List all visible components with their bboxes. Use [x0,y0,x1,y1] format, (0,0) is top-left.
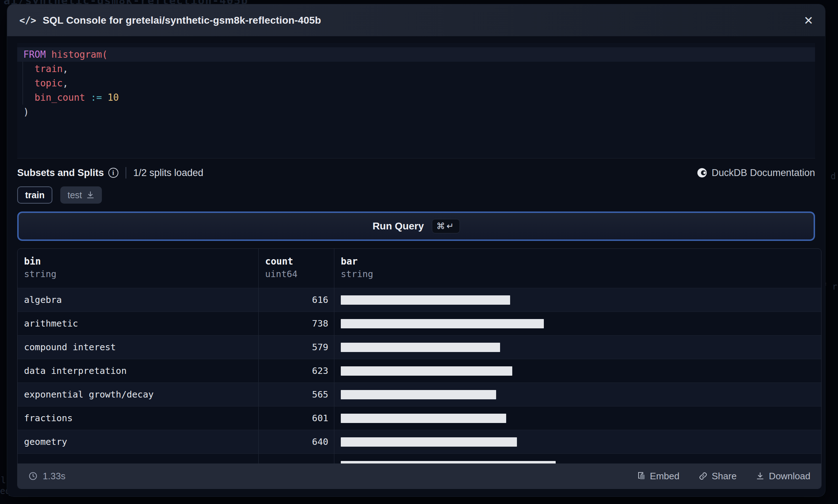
enter-key-icon: ↵ [447,221,455,231]
code-line: bin_count := 10 [17,90,815,105]
table-row: arithmetic 738 [18,312,821,336]
query-duration: 1.33s [28,471,66,482]
code-icon: </> [19,15,36,26]
sql-number: 10 [108,92,119,103]
column-name: count [265,256,334,267]
subsets-heading: Subsets and Splits [17,167,104,179]
sql-comma: , [63,63,69,74]
download-button[interactable]: Download [756,471,810,482]
histogram-bar [341,390,496,399]
count-cell: 616 [258,288,334,312]
embed-icon [637,472,646,480]
histogram-bar [341,343,500,352]
bar-cell [334,383,821,406]
share-label: Share [712,471,736,482]
column-header-bar: bar string [334,249,821,288]
keyboard-shortcut-badge: ⌘↵ [432,219,460,233]
run-query-label: Run Query [372,220,424,232]
modal-header: </> SQL Console for gretelai/synthetic-g… [7,4,825,36]
results-footer: 1.33s Embed Share Download [18,463,821,489]
bin-cell: data interpretation [18,359,258,382]
bar-cell [334,406,821,430]
close-icon[interactable]: × [804,13,813,28]
code-line: topic, [17,76,815,90]
column-header-bin: bin string [18,249,258,288]
bar-cell [334,312,821,335]
table-row: fractions 601 [18,406,821,430]
histogram-bar [341,319,544,328]
bin-cell: exponential growth/decay [18,383,258,406]
table-row: geometry 640 [18,430,821,454]
sql-editor[interactable]: FROM histogram( train, topic, bin_count … [17,43,815,158]
sql-console-modal: </> SQL Console for gretelai/synthetic-g… [7,4,825,496]
split-chip-train[interactable]: train [17,186,52,204]
divider [126,167,126,179]
sql-keyword: FROM [23,49,46,60]
sql-paren: ( [102,49,108,60]
background-fragment: l [1,475,6,485]
bin-cell: fractions [18,406,258,430]
bar-cell [334,359,821,382]
table-row [18,454,821,465]
table-row: data interpretation 623 [18,359,821,383]
code-line: train, [17,62,815,76]
bin-cell: compound interest [18,336,258,359]
sql-operator: := [85,92,108,103]
table-row: algebra 616 [18,288,821,312]
splits-loaded-status: 1/2 splits loaded [133,167,203,179]
info-icon[interactable]: i [108,168,118,178]
table-header-row: bin string count uint64 bar string [18,249,821,288]
column-name: bar [341,256,821,267]
download-icon [86,191,95,199]
column-name: bin [24,256,258,267]
subsets-row: Subsets and Splits i 1/2 splits loaded D… [17,165,815,181]
duckdb-logo-icon [697,167,707,178]
background-fragment: d [831,171,836,181]
histogram-bar [341,437,517,447]
embed-button[interactable]: Embed [637,471,679,482]
histogram-bar [341,295,510,305]
split-chip-test[interactable]: test [60,186,102,204]
histogram-bar [341,366,512,376]
download-label: Download [769,471,810,482]
bar-cell [334,288,821,312]
sql-identifier: bin_count [23,92,85,103]
sql-identifier: train [23,63,63,74]
sql-paren: ) [23,106,29,117]
table-body: algebra 616 arithmetic 738 compound inte… [18,288,821,465]
column-type: uint64 [265,269,334,279]
count-cell: 601 [258,406,334,430]
query-results-table[interactable]: bin string count uint64 bar string algeb… [17,248,821,489]
histogram-bar [341,414,506,423]
bin-cell: algebra [18,288,258,312]
count-cell: 623 [258,359,334,382]
footer-actions: Embed Share Download [637,471,810,482]
link-icon [699,472,707,480]
column-header-count: count uint64 [258,249,334,288]
sql-comma: , [63,78,69,89]
sql-identifier: topic [23,78,63,89]
embed-label: Embed [650,471,679,482]
duckdb-documentation-link[interactable]: DuckDB Documentation [697,167,815,179]
count-cell: 640 [258,430,334,453]
bar-cell [334,454,821,465]
download-icon [756,472,764,480]
count-cell: 579 [258,336,334,359]
bar-cell [334,430,821,453]
bin-cell [18,454,258,465]
bar-cell [334,336,821,359]
column-type: string [341,269,821,279]
run-query-button[interactable]: Run Query ⌘↵ [17,211,815,241]
bin-cell: geometry [18,430,258,453]
code-line: ) [17,105,815,119]
doc-link-label: DuckDB Documentation [712,167,815,179]
sql-function: histogram [46,49,102,60]
count-cell: 565 [258,383,334,406]
count-cell: 738 [258,312,334,335]
split-label: train [25,190,44,200]
share-button[interactable]: Share [699,471,736,482]
cmd-key-icon: ⌘ [437,221,447,231]
indent-guide [23,62,23,105]
bin-cell: arithmetic [18,312,258,335]
table-row: compound interest 579 [18,336,821,359]
